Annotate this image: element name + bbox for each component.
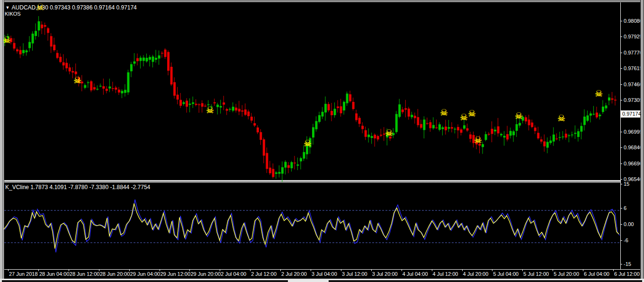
candle-body: [429, 122, 431, 128]
candle-body: [41, 25, 43, 28]
candle-body: [441, 127, 444, 129]
skull-signal-icon: ☠: [385, 128, 393, 137]
candle-body: [555, 138, 558, 139]
candle-body: [32, 34, 34, 44]
candle-body: [331, 111, 333, 115]
candle-body: [562, 136, 564, 137]
candle-body: [167, 52, 170, 71]
candle-body: [220, 106, 222, 108]
candle-body: [553, 135, 555, 142]
candle-body: [118, 90, 120, 92]
candle-body: [300, 158, 302, 162]
candle-body: [38, 21, 40, 30]
candle-body: [361, 126, 364, 129]
skull-signal-icon: ☠: [3, 36, 11, 45]
candle-body: [543, 141, 546, 146]
candle-body: [164, 50, 167, 57]
skull-signal-icon: ☠: [304, 139, 312, 148]
candle-body: [99, 86, 102, 87]
candle-body: [216, 105, 219, 107]
candle-body: [278, 172, 280, 174]
candle-body: [516, 124, 518, 131]
skull-signal-icon: ☠: [474, 136, 482, 145]
candle-body: [510, 131, 512, 136]
candle-body: [238, 109, 241, 111]
candle-body: [115, 88, 117, 90]
skull-signal-icon: ☠: [515, 111, 523, 120]
candle-body: [247, 111, 250, 116]
candle-body: [438, 124, 441, 130]
candle-body: [540, 139, 543, 142]
candle-body: [312, 127, 314, 137]
candle-body: [611, 99, 613, 100]
candle-body: [377, 136, 379, 139]
candle-body: [161, 53, 163, 54]
candle-body: [565, 134, 567, 137]
candle-body: [269, 168, 271, 173]
candle-body: [454, 129, 456, 130]
candle-body: [343, 102, 345, 110]
candle-body: [226, 109, 228, 111]
candle-body: [602, 107, 604, 112]
candle-body: [404, 108, 407, 109]
candle-body: [494, 130, 496, 132]
skull-icon: ☠: [36, 1, 45, 13]
candle-body: [75, 72, 77, 74]
candle-body: [155, 58, 157, 60]
candle-body: [56, 53, 59, 58]
candle-body: [395, 114, 398, 132]
symbol-menu-arrow-icon[interactable]: ▼: [5, 5, 9, 10]
candle-body: [592, 114, 595, 115]
candle-body: [183, 102, 185, 104]
candle-body: [346, 93, 349, 103]
candle-body: [337, 107, 339, 108]
candle-body: [72, 71, 74, 73]
skull-signal-icon: ☠: [440, 108, 448, 117]
candle-body: [192, 102, 194, 104]
candle-body: [87, 82, 89, 83]
candle-body: [106, 89, 108, 91]
candle-body: [531, 123, 533, 127]
candle-body: [63, 62, 65, 65]
candle-body: [139, 58, 142, 61]
candle-body: [229, 109, 231, 110]
candle-body: [108, 87, 111, 89]
candle-body: [519, 123, 521, 125]
candle-body: [506, 134, 509, 139]
candle-body: [402, 109, 404, 112]
candle-body: [324, 104, 327, 112]
candle-body: [22, 50, 25, 53]
candle-body: [50, 36, 53, 46]
candle-body: [257, 127, 259, 132]
candle-body: [201, 103, 204, 107]
candle-body: [417, 117, 419, 125]
candle-body: [420, 124, 422, 128]
candle-body: [571, 135, 573, 136]
candle-body: [47, 28, 49, 33]
candle-body: [96, 89, 98, 90]
candle-body: [445, 127, 447, 130]
candle-body: [69, 67, 71, 71]
candle-body: [26, 50, 28, 52]
candle-body: [28, 42, 31, 48]
candle-body: [290, 162, 293, 168]
candle-body: [577, 131, 580, 137]
candle-body: [469, 135, 472, 139]
candle-body: [244, 109, 247, 115]
candle-body: [65, 63, 68, 69]
candle-body: [411, 115, 413, 117]
candle-body: [241, 110, 243, 111]
candle-body: [232, 107, 234, 110]
candle-body: [35, 31, 37, 36]
candle-body: [13, 43, 16, 49]
candle-body: [121, 91, 123, 93]
candle-body: [605, 106, 607, 109]
candle-body: [596, 112, 598, 117]
candle-body: [59, 57, 62, 62]
candle-body: [500, 134, 502, 136]
candle-body: [358, 118, 361, 124]
candle-body: [534, 127, 537, 131]
candle-body: [580, 126, 582, 132]
candle-body: [272, 169, 274, 177]
candle-body: [365, 130, 367, 137]
